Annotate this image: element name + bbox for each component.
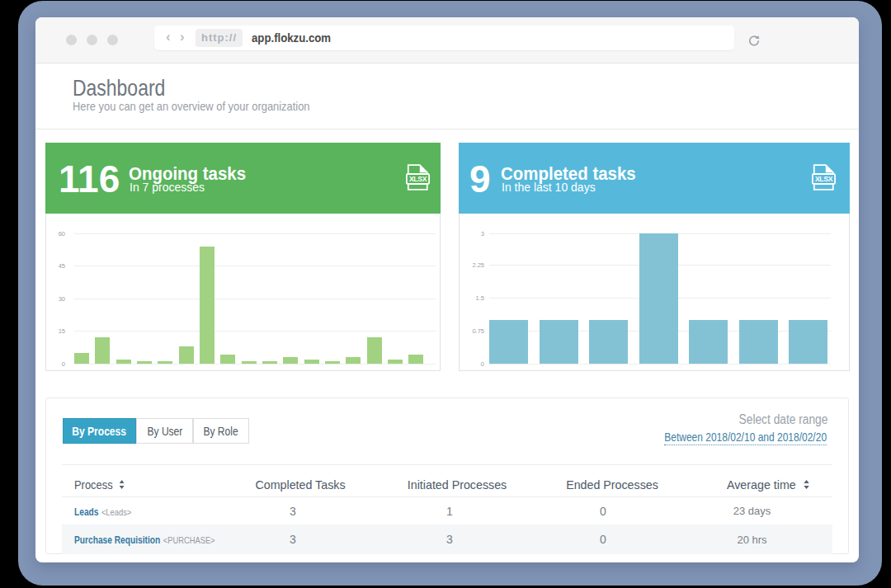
svg-text:XLSX: XLSX — [815, 175, 833, 183]
svg-text:XLSX: XLSX — [409, 175, 427, 183]
